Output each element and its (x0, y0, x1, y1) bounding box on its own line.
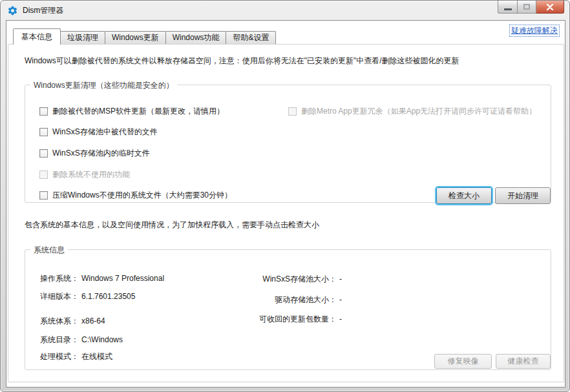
field-value: - (339, 295, 342, 304)
titlebar: Dism管理器 (1, 1, 569, 20)
field-label: 可收回的更新包数量： (207, 314, 337, 325)
field-label: WinSxS存储池大小： (207, 274, 337, 285)
field-label: 详细版本： (40, 291, 79, 302)
checkbox-label: WinSxS存储池中被代替的文件 (52, 127, 158, 138)
checkbox-icon[interactable] (39, 191, 48, 200)
maximize-button (518, 1, 536, 14)
tab-basic-info[interactable]: 基本信息 (13, 28, 61, 45)
field-label: 系统体系： (40, 316, 79, 327)
tab-windows-update[interactable]: Windows更新 (105, 31, 166, 44)
info-row-arch: 系统体系： x86-64 (40, 316, 105, 326)
client-area: 疑难故障解决 基本信息 垃圾清理 Windows更新 Windows功能 帮助&… (6, 20, 565, 387)
info-row-os: 操作系统： Windows 7 Professional (40, 273, 164, 284)
field-value: - (339, 315, 342, 324)
tab-page-basic-info: Windows可以删除被代替的系统文件以释放存储器空间，注意：使用后你将无法在"… (8, 44, 564, 382)
info-row-driver-size: 驱动存储池大小： - (207, 294, 342, 305)
checkbox-label: 压缩Windows不使用的系统文件（大约需要30分钟） (52, 190, 232, 201)
checkbox-icon[interactable] (39, 128, 48, 136)
field-value: 在线模式 (81, 351, 112, 362)
tab-bar: 基本信息 垃圾清理 Windows更新 Windows功能 帮助&设置 (13, 28, 276, 45)
checkbox-metro-app: 删除Metro App更新冗余（如果App无法打开请同步许可证请看帮助） (288, 106, 536, 116)
minimize-button[interactable] (498, 1, 518, 14)
minimize-icon (504, 8, 512, 10)
field-value: - (339, 274, 342, 284)
checkbox-compress-files[interactable]: 压缩Windows不使用的系统文件（大约需要30分钟） (39, 190, 232, 200)
windows-update-cleanup-group: Windows更新清理（这些功能是安全的） 删除被代替的MSP软件更新（最新更改… (25, 85, 551, 203)
checkbox-label: 删除被代替的MSP软件更新（最新更改，请慎用） (52, 106, 224, 117)
field-value: x86-64 (81, 316, 105, 325)
maximize-icon (523, 4, 530, 10)
field-label: 驱动存储池大小： (207, 294, 337, 305)
tab-junk-cleanup[interactable]: 垃圾清理 (60, 31, 105, 44)
close-button[interactable] (536, 1, 564, 14)
field-label: 系统目录： (40, 335, 79, 346)
checkbox-icon (288, 107, 297, 116)
tab-help-settings[interactable]: 帮助&设置 (226, 31, 276, 44)
field-value: Windows 7 Professional (81, 274, 164, 283)
checkbox-winsxs-temp[interactable]: WinSxS存储池内的临时文件 (39, 148, 150, 158)
checkbox-unused-features: 删除系统不使用的功能 (39, 169, 130, 180)
tab-windows-features[interactable]: Windows功能 (165, 31, 227, 44)
info-row-build: 详细版本： 6.1.7601.23505 (40, 291, 135, 302)
field-value: 6.1.7601.23505 (81, 292, 135, 301)
troubleshoot-link[interactable]: 疑难故障解决 (510, 25, 559, 36)
group-title: 系统信息 (30, 245, 68, 256)
app-window: Dism管理器 疑难故障解决 基本信息 垃圾清理 Windows更新 Windo… (0, 0, 570, 392)
system-info-hint: 包含系统的基本信息，以及空间使用情况，为了加快程序载入，需要手动点击检查大小 (25, 220, 319, 231)
checkbox-label: WinSxS存储池内的临时文件 (52, 148, 150, 159)
group-title: Windows更新清理（这些功能是安全的） (30, 80, 177, 91)
info-row-mode: 处理模式： 在线模式 (40, 351, 112, 362)
checkbox-winsxs-superseded[interactable]: WinSxS存储池中被代替的文件 (39, 127, 158, 137)
info-row-sysdir: 系统目录： C:\Windows (40, 335, 123, 345)
x-icon (546, 4, 554, 10)
system-info-group: 系统信息 操作系统： Windows 7 Professional 详细版本： … (25, 249, 551, 370)
field-value: C:\Windows (81, 335, 123, 344)
window-controls (498, 1, 564, 14)
check-size-button[interactable]: 检查大小 (436, 187, 492, 204)
field-label: 操作系统： (40, 273, 79, 284)
checkbox-icon (39, 170, 48, 179)
checkbox-icon[interactable] (39, 149, 48, 158)
gear-icon (7, 5, 18, 16)
window-title: Dism管理器 (23, 5, 63, 16)
checkbox-icon[interactable] (39, 107, 48, 116)
health-check-button: 健康检查 (496, 354, 551, 369)
update-cleanup-notice: Windows可以删除被代替的系统文件以释放存储器空间，注意：使用后你将无法在"… (25, 56, 459, 67)
field-label: 处理模式： (40, 351, 79, 362)
repair-image-button: 修复映像 (434, 354, 492, 369)
checkbox-msp-updates[interactable]: 删除被代替的MSP软件更新（最新更改，请慎用） (39, 106, 224, 116)
checkbox-label: 删除Metro App更新冗余（如果App无法打开请同步许可证请看帮助） (301, 106, 536, 117)
checkbox-label: 删除系统不使用的功能 (52, 169, 130, 180)
info-row-reclaimable: 可收回的更新包数量： - (207, 314, 342, 324)
info-row-winsxs-size: WinSxS存储池大小： - (207, 274, 342, 284)
start-cleanup-button[interactable]: 开始清理 (495, 187, 551, 204)
